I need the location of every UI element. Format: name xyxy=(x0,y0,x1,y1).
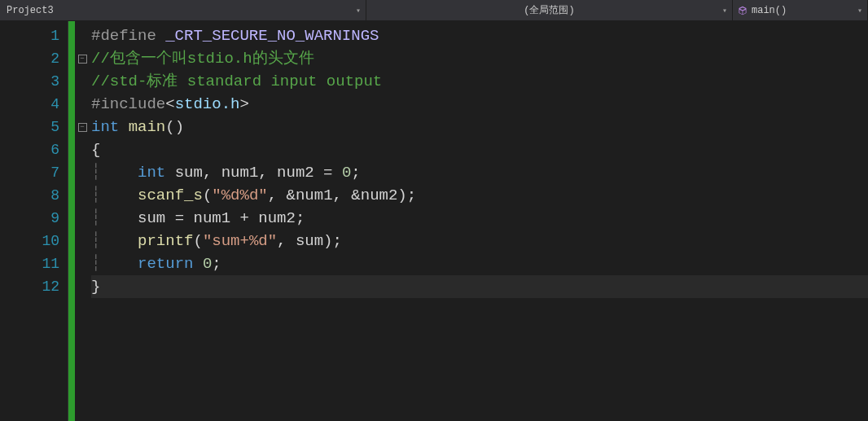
indent-guide: ┆ xyxy=(91,164,100,182)
keyword: int xyxy=(91,118,119,136)
fold-spacer xyxy=(75,184,90,207)
number: 0 xyxy=(342,164,351,182)
semicolon: ; xyxy=(407,186,416,204)
number: 0 xyxy=(203,255,212,273)
fold-toggle[interactable]: − xyxy=(75,47,90,70)
indent-guide: ┆ xyxy=(91,232,100,250)
fold-spacer xyxy=(75,275,90,298)
keyword: return xyxy=(138,255,193,273)
fold-spacer xyxy=(75,230,90,252)
chevron-down-icon: ▾ xyxy=(356,6,361,15)
line-number: 8 xyxy=(0,184,59,207)
indent-guide: ┆ xyxy=(91,209,100,227)
brace-open: { xyxy=(91,141,100,159)
line-number-gutter: 1 2 3 4 5 6 7 8 9 10 11 12 xyxy=(0,21,68,421)
comment: //包含一个叫stdio.h的头文件 xyxy=(91,50,314,68)
project-dropdown[interactable]: Project3 ▾ xyxy=(0,0,366,20)
chevron-down-icon: ▾ xyxy=(722,6,727,15)
function-call: scanf_s xyxy=(138,186,203,204)
code-line[interactable]: //std-标准 standard input output xyxy=(91,70,868,93)
semicolon: ; xyxy=(333,232,342,250)
indent xyxy=(100,164,138,182)
cube-icon xyxy=(738,6,747,15)
navigation-bar: Project3 ▾ (全局范围) ▾ main() ▾ xyxy=(0,0,868,21)
fold-spacer xyxy=(75,24,90,47)
semicolon: ; xyxy=(212,255,221,273)
line-number: 11 xyxy=(0,252,59,275)
minus-icon: − xyxy=(78,123,87,132)
function-label: main() xyxy=(752,5,787,16)
function-name: main xyxy=(129,118,166,136)
chevron-down-icon: ▾ xyxy=(857,6,862,15)
angle-open: < xyxy=(165,95,174,113)
minus-icon: − xyxy=(78,55,87,64)
indent-guide: ┆ xyxy=(91,186,100,204)
line-number: 2 xyxy=(0,47,59,70)
code-line[interactable]: #include<stdio.h> xyxy=(91,93,868,116)
indent-guide: ┆ xyxy=(91,255,100,273)
code-line[interactable]: ┆ return 0; xyxy=(91,252,868,275)
string: "sum+%d" xyxy=(203,232,277,250)
code-line[interactable]: ┆ printf("sum+%d", sum); xyxy=(91,230,868,252)
line-number: 10 xyxy=(0,230,59,252)
fold-column: − − xyxy=(75,21,90,421)
brace-close: } xyxy=(91,278,100,296)
indent xyxy=(100,209,138,227)
code-line[interactable]: } xyxy=(91,275,868,298)
fold-toggle[interactable]: − xyxy=(75,116,90,138)
parens: () xyxy=(165,118,184,136)
macro-name: _CRT_SECURE_NO_WARNINGS xyxy=(165,27,379,45)
code-line[interactable]: ┆ sum = num1 + num2; xyxy=(91,207,868,230)
project-label: Project3 xyxy=(7,5,54,16)
indent xyxy=(100,232,138,250)
var-decl: sum, num1, num2 = xyxy=(165,164,342,182)
fold-spacer xyxy=(75,252,90,275)
line-number: 12 xyxy=(0,275,59,298)
indent xyxy=(100,186,138,204)
semicolon: ; xyxy=(351,164,360,182)
code-editor[interactable]: 1 2 3 4 5 6 7 8 9 10 11 12 − − #define _… xyxy=(0,21,868,421)
function-dropdown[interactable]: main() ▾ xyxy=(733,0,868,20)
indent xyxy=(100,255,138,273)
fold-spacer xyxy=(75,93,90,116)
code-line[interactable]: { xyxy=(91,138,868,161)
fold-spacer xyxy=(75,138,90,161)
line-number: 9 xyxy=(0,207,59,230)
paren-open: ( xyxy=(203,186,212,204)
change-indicator xyxy=(68,21,75,421)
fold-spacer xyxy=(75,161,90,184)
line-number: 1 xyxy=(0,24,59,47)
line-number: 4 xyxy=(0,93,59,116)
keyword: int xyxy=(138,164,165,182)
code-line[interactable]: ┆ scanf_s("%d%d", &num1, &num2); xyxy=(91,184,868,207)
header-name: stdio.h xyxy=(175,95,240,113)
args: , &num1, &num2) xyxy=(268,186,407,204)
code-area[interactable]: #define _CRT_SECURE_NO_WARNINGS //包含一个叫s… xyxy=(90,21,868,421)
line-number: 3 xyxy=(0,70,59,93)
fold-spacer xyxy=(75,70,90,93)
statement: sum = num1 + num2; xyxy=(138,209,305,227)
scope-dropdown[interactable]: (全局范围) ▾ xyxy=(366,0,733,20)
preproc-directive: #include xyxy=(91,95,165,113)
space xyxy=(193,255,202,273)
line-number: 5 xyxy=(0,116,59,138)
args: , sum) xyxy=(277,232,332,250)
preproc-directive: #define xyxy=(91,27,165,45)
paren-open: ( xyxy=(193,232,202,250)
line-number: 7 xyxy=(0,161,59,184)
code-line[interactable]: #define _CRT_SECURE_NO_WARNINGS xyxy=(91,24,868,47)
fold-spacer xyxy=(75,207,90,230)
string: "%d%d" xyxy=(212,186,267,204)
function-call: printf xyxy=(138,232,193,250)
angle-close: > xyxy=(239,95,248,113)
comment: //std-标准 standard input output xyxy=(91,72,382,90)
line-number: 6 xyxy=(0,138,59,161)
code-line[interactable]: int main() xyxy=(91,116,868,138)
scope-label: (全局范围) xyxy=(524,3,574,17)
code-line[interactable]: //包含一个叫stdio.h的头文件 xyxy=(91,47,868,70)
code-line[interactable]: ┆ int sum, num1, num2 = 0; xyxy=(91,161,868,184)
space xyxy=(119,118,128,136)
